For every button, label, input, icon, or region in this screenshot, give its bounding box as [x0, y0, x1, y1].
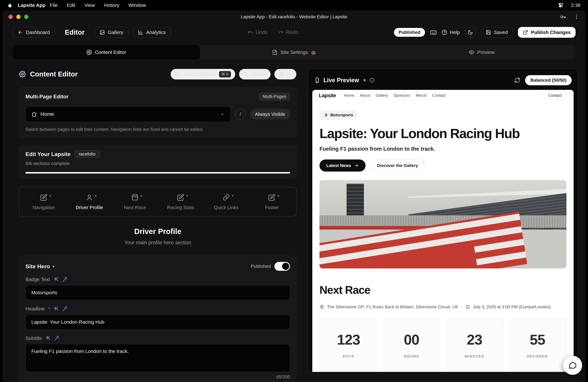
status-dot: [95, 195, 97, 196]
site-hero-section: Motorsports Lapsite: Your London Racing …: [312, 101, 574, 171]
ai-sparkles-icon[interactable]: [53, 276, 59, 282]
section-tab-next-race[interactable]: Next Race: [112, 194, 158, 210]
site-hero-title: Site Hero: [25, 263, 50, 270]
site-nav-merch[interactable]: Merch: [416, 93, 427, 98]
bolt-icon: [324, 113, 328, 117]
menu-history[interactable]: History: [104, 2, 119, 8]
section-tab-quick-links[interactable]: Quick Links: [203, 194, 249, 210]
publish-changes-button[interactable]: Publish Changes: [518, 27, 576, 38]
menu-app-name[interactable]: Lapsite App: [18, 2, 45, 8]
preview-status-dot: [363, 79, 366, 82]
passwords-key-icon[interactable]: [560, 14, 566, 20]
ai-wand-icon[interactable]: [62, 276, 68, 282]
ai-wand-icon[interactable]: [54, 336, 60, 341]
search-content-button[interactable]: Search Content ⌘ K: [170, 69, 235, 80]
site-hero-badge: Motorsports: [319, 110, 358, 120]
always-visible-badge: Always Visible: [250, 109, 290, 119]
panel-heading: Content Editor: [30, 70, 78, 78]
editor-toolbar: Dashboard Editor Gallery Analytics Undo …: [3, 23, 585, 42]
smartphone-icon: [314, 77, 320, 83]
analytics-button[interactable]: Analytics: [133, 27, 171, 38]
tab-site-settings[interactable]: Site Settings: [200, 45, 388, 60]
site-hero-subtitle: Fueling F1 passion from London to the tr…: [319, 146, 567, 152]
external-link-icon: [523, 30, 528, 35]
gallery-button[interactable]: Gallery: [94, 27, 128, 38]
next-race-heading: Next Race: [319, 283, 567, 296]
apple-menu-icon[interactable]: [7, 3, 13, 8]
moon-icon: [467, 30, 473, 35]
site-hero-headline: Lapsite: Your London Racing Hub: [319, 126, 567, 141]
race-location-text: The Silverstone GP: F1 Roars Back to Bri…: [327, 304, 458, 309]
help-button[interactable]: Help: [442, 30, 460, 35]
published-toggle[interactable]: [274, 262, 290, 271]
search-icon: [175, 72, 180, 77]
edit-site-title: Edit Your Lapsite: [25, 151, 71, 157]
site-nav-about[interactable]: About: [360, 93, 370, 98]
site-nav-gallery[interactable]: Gallery: [376, 93, 388, 98]
ai-wand-icon[interactable]: [62, 306, 68, 312]
minimize-window-button[interactable]: [16, 15, 21, 19]
window-title-bar: Lapsite App - Edit racefolio - Website E…: [3, 10, 585, 23]
saved-button[interactable]: Saved: [481, 27, 513, 38]
section-tab-footer[interactable]: Footer: [249, 194, 295, 210]
keyboard-shortcuts-icon[interactable]: [430, 29, 437, 36]
badge-text-label: Badge Text: [25, 276, 50, 282]
countdown-minutes-card: 23 MINUTES: [445, 319, 504, 372]
dashboard-button[interactable]: Dashboard: [12, 27, 55, 38]
latest-news-button[interactable]: Latest News: [319, 159, 366, 171]
discover-gallery-button[interactable]: Discover the Gallery: [370, 159, 425, 171]
ai-sparkles-icon[interactable]: [53, 306, 59, 312]
refresh-icon[interactable]: [514, 77, 520, 83]
gear-icon: [86, 49, 92, 55]
site-contact-button[interactable]: Contact: [543, 91, 567, 100]
redo-button[interactable]: Redo: [278, 29, 298, 35]
active-section-title: Driver Profile: [19, 227, 297, 236]
history-button[interactable]: History: [239, 69, 271, 80]
zoom-window-button[interactable]: [24, 15, 28, 19]
help-circle-icon: [442, 30, 447, 35]
crown-icon: [311, 50, 316, 55]
subtitle-textarea[interactable]: Fueling F1 passion from London to the tr…: [25, 344, 290, 372]
section-tab-racing-stats[interactable]: Racing Stats: [158, 194, 203, 210]
page-select[interactable]: Home: [25, 106, 231, 122]
redo-icon: [278, 30, 283, 35]
overflow-menu-icon[interactable]: [574, 14, 580, 20]
site-nav-home[interactable]: Home: [344, 93, 354, 98]
undo-button[interactable]: Undo: [248, 29, 268, 35]
headline-label: Headline: [25, 306, 45, 312]
menu-view[interactable]: View: [84, 2, 95, 8]
section-tab-navigation[interactable]: Navigation: [21, 194, 66, 210]
site-nav-sponsors[interactable]: Sponsors: [394, 93, 410, 98]
preview-mode-button[interactable]: Balanced (50/50): [525, 75, 572, 85]
tab-content-editor[interactable]: Content Editor: [12, 45, 200, 60]
info-icon[interactable]: [369, 77, 375, 83]
control-center-icon[interactable]: [558, 2, 564, 8]
status-dot: [232, 195, 233, 196]
menu-edit[interactable]: Edit: [67, 2, 75, 8]
tab-preview[interactable]: Preview: [388, 45, 576, 60]
menu-clock: 2:36: [571, 2, 581, 8]
section-tab-driver-profile[interactable]: Driver Profile: [66, 194, 112, 210]
site-logo[interactable]: Lapsite: [319, 92, 336, 99]
site-nav-contact[interactable]: Contact: [432, 93, 446, 98]
window-title: Lapsite App - Edit racefolio - Website E…: [241, 14, 347, 20]
published-toggle-label: Published: [251, 264, 271, 269]
subtitle-label: Subtitle: [25, 336, 42, 341]
status-dot: [49, 195, 51, 196]
save-icon: [486, 30, 491, 35]
all-sections-button[interactable]: All: [274, 69, 297, 80]
ai-sparkles-icon[interactable]: [45, 336, 51, 341]
chat-bubble-icon: [568, 361, 577, 370]
close-window-button[interactable]: [8, 15, 13, 19]
required-asterisk: *: [48, 306, 50, 312]
search-shortcut-badge: ⌘ K: [219, 71, 231, 77]
badge-text-input[interactable]: Motorsports: [25, 285, 290, 300]
chat-widget-button[interactable]: [563, 356, 582, 375]
dark-mode-toggle-button[interactable]: [465, 27, 476, 38]
menu-window[interactable]: Window: [128, 2, 146, 8]
countdown-days-card: 123 DAYS: [319, 319, 378, 372]
site-hero-card: Site Hero Published Badge Text Motorspor…: [19, 255, 297, 382]
headline-input[interactable]: Lapsite: Your London Racing Hub: [25, 315, 290, 330]
status-dot: [141, 195, 142, 196]
menu-file[interactable]: File: [50, 2, 58, 8]
